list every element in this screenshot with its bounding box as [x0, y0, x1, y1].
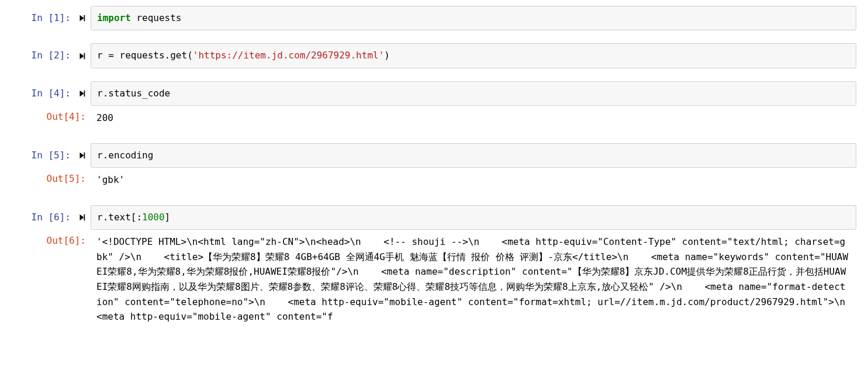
- cell: In [1]:import requests: [0, 6, 856, 30]
- cell: In [4]:r.status_codeOut[4]:200: [0, 81, 856, 130]
- code-input[interactable]: r.text[:1000]: [91, 205, 856, 230]
- code-token: 'https://item.jd.com/2967929.html': [193, 50, 385, 61]
- code-input[interactable]: r = requests.get('https://item.jd.com/29…: [91, 43, 856, 68]
- code-token: ): [384, 50, 390, 61]
- code-input[interactable]: r.status_code: [91, 81, 856, 106]
- code-token: r: [97, 50, 108, 61]
- input-prompt: In [2]:: [32, 49, 71, 62]
- svg-rect-1: [84, 53, 85, 59]
- cell: In [6]:r.text[:1000]Out[6]:'<!DOCTYPE HT…: [0, 205, 856, 329]
- run-cell-icon[interactable]: [78, 213, 86, 222]
- code-token: ]: [165, 212, 171, 223]
- output-prompt: Out[4]:: [47, 110, 86, 123]
- input-prompt: In [1]:: [32, 12, 71, 25]
- run-cell-icon[interactable]: [78, 52, 86, 60]
- svg-rect-3: [84, 153, 85, 159]
- code-token: requests: [131, 12, 182, 23]
- input-prompt: In [4]:: [32, 87, 71, 100]
- code-token: r.status_code: [97, 88, 170, 99]
- code-token: =: [108, 50, 114, 61]
- input-prompt: In [6]:: [32, 211, 71, 224]
- cell-output: '<!DOCTYPE HTML>\n<html lang="zh-CN">\n<…: [91, 232, 856, 329]
- cell: In [2]:r = requests.get('https://item.jd…: [0, 43, 856, 68]
- code-input[interactable]: r.encoding: [91, 143, 856, 168]
- cell-output: 'gbk': [91, 170, 856, 192]
- svg-rect-0: [84, 15, 85, 22]
- code-token: 1000: [142, 212, 165, 223]
- run-cell-icon[interactable]: [78, 151, 86, 160]
- notebook-container: In [1]:import requestsIn [2]:r = request…: [0, 6, 856, 329]
- svg-rect-4: [84, 215, 85, 221]
- input-prompt: In [5]:: [32, 149, 71, 162]
- cell-output: 200: [91, 108, 856, 130]
- output-prompt: Out[5]:: [47, 172, 86, 185]
- cell: In [5]:r.encodingOut[5]:'gbk': [0, 143, 856, 192]
- code-token: requests.get(: [114, 50, 193, 61]
- run-cell-icon[interactable]: [78, 89, 86, 98]
- code-token: r.encoding: [97, 150, 153, 161]
- code-token: import: [97, 12, 131, 23]
- code-token: r.text[:: [97, 212, 142, 223]
- output-prompt: Out[6]:: [47, 234, 86, 247]
- svg-rect-2: [84, 91, 85, 97]
- run-cell-icon[interactable]: [78, 14, 86, 22]
- code-input[interactable]: import requests: [91, 6, 856, 30]
